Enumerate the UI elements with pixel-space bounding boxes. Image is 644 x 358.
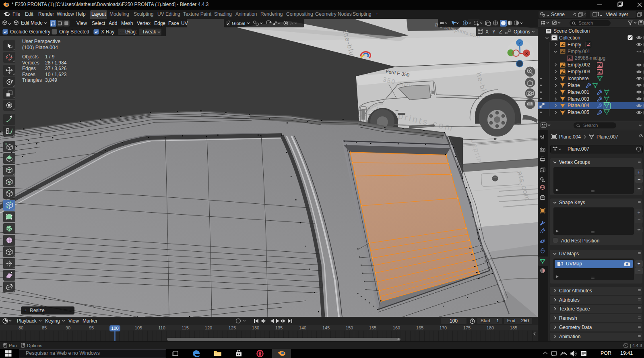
svg-text:115: 115 (182, 325, 189, 330)
svg-text:Z: Z (518, 41, 521, 45)
svg-text:X: X (525, 52, 528, 56)
svg-text:185: 185 (510, 325, 517, 330)
svg-text:160: 160 (393, 325, 400, 330)
svg-text:170: 170 (440, 325, 447, 330)
svg-text:145: 145 (322, 325, 330, 330)
svg-text:150: 150 (346, 325, 353, 330)
svg-text:110: 110 (158, 325, 165, 330)
svg-text:85: 85 (42, 325, 47, 330)
svg-text:105: 105 (135, 325, 142, 330)
svg-text:165: 165 (416, 325, 423, 330)
svg-text:Global: Global (232, 21, 245, 26)
svg-text:95: 95 (89, 325, 94, 330)
svg-text:Options: Options (27, 343, 42, 348)
svg-text:130: 130 (252, 325, 259, 330)
svg-text:120: 120 (205, 325, 212, 330)
svg-text:135: 135 (275, 325, 283, 330)
svg-text:100: 100 (111, 326, 118, 331)
svg-text:80: 80 (19, 325, 23, 330)
svg-text:| 4.4.3: | 4.4.3 (630, 343, 642, 348)
svg-text:180: 180 (487, 325, 494, 330)
svg-text:140: 140 (299, 325, 306, 330)
svg-text:90: 90 (66, 325, 70, 330)
svg-text:Plane.007: Plane.007 (597, 134, 618, 140)
svg-text:Plane.004: Plane.004 (559, 134, 581, 140)
svg-text:125: 125 (229, 325, 236, 330)
svg-text:Edit Mode: Edit Mode (21, 20, 43, 26)
svg-text:175: 175 (463, 325, 471, 330)
svg-text:Pan: Pan (9, 343, 17, 348)
svg-text:155: 155 (369, 325, 376, 330)
svg-text:Scene: Scene (551, 12, 565, 17)
svg-text:ViewLayer: ViewLayer (606, 12, 628, 17)
